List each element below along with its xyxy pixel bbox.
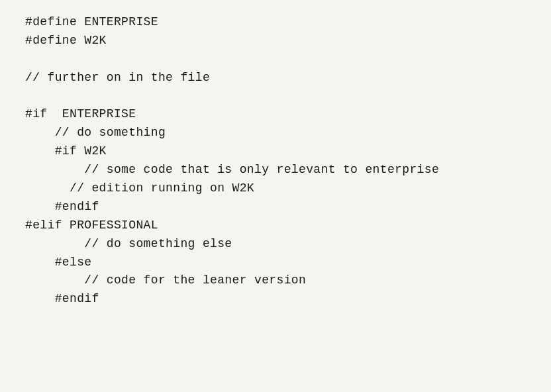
- code-line: #if W2K: [25, 142, 526, 161]
- code-empty-line: [25, 50, 526, 69]
- code-line: #endif: [25, 198, 526, 217]
- code-line: // do something else: [25, 235, 526, 254]
- code-line: #define W2K: [25, 32, 526, 50]
- code-line: #endif: [25, 290, 526, 309]
- code-line: // code for the leaner version: [25, 271, 526, 290]
- code-line: // further on in the file: [25, 69, 526, 87]
- code-line: // some code that is only relevant to en…: [25, 161, 526, 179]
- code-line: // do something: [25, 124, 526, 142]
- code-line: #if ENTERPRISE: [25, 105, 526, 124]
- code-line: // edition running on W2K: [25, 179, 526, 198]
- code-line: #define ENTERPRISE: [25, 13, 526, 32]
- code-line: #elif PROFESSIONAL: [25, 217, 526, 235]
- code-display: #define ENTERPRISE#define W2K// further …: [25, 13, 526, 309]
- code-empty-line: [25, 87, 526, 106]
- code-line: #else: [25, 254, 526, 272]
